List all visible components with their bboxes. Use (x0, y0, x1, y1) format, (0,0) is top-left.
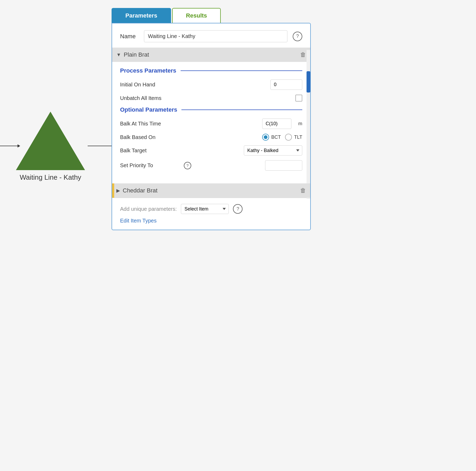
waiting-line-node[interactable]: Waiting Line - Kathy (16, 112, 85, 182)
radio-bct-outer[interactable] (262, 134, 269, 141)
initial-on-hand-row: Initial On Hand (120, 79, 302, 90)
radio-bct[interactable]: BCT (262, 134, 281, 141)
balk-time-input[interactable] (262, 119, 291, 129)
balk-target-select[interactable]: Kathy - Balked (244, 145, 302, 155)
radio-tlt[interactable]: TLT (285, 134, 302, 141)
main-panel: Name ? ▼ Plain Brat 🗑 Process Parameters (112, 23, 311, 230)
unbatch-row: Unbatch All Items (120, 95, 302, 102)
cheddar-brat-header[interactable]: ▶ Cheddar Brat 🗑 (112, 183, 310, 198)
panel-wrapper: Parameters Results Name ? ▼ Plain Brat � (112, 8, 311, 230)
cheddar-brat-title: Cheddar Brat (123, 187, 300, 194)
process-params-heading: Process Parameters (120, 67, 302, 74)
plain-brat-delete-icon[interactable]: 🗑 (300, 51, 306, 58)
radio-tlt-outer[interactable] (285, 134, 292, 141)
balk-target-row: Balk Target Kathy - Balked (120, 145, 302, 155)
radio-bct-label: BCT (271, 134, 281, 140)
add-params-row: Add unique parameters: Select Item ? (120, 204, 302, 214)
triangle-label: Waiting Line - Kathy (20, 173, 81, 182)
set-priority-row: Set Priority To ? (120, 160, 302, 171)
balk-time-unit: m (298, 121, 302, 127)
priority-input[interactable] (265, 160, 302, 171)
tab-parameters-label: Parameters (125, 12, 157, 19)
optional-params-heading: Optional Parameters (120, 106, 302, 113)
plain-brat-title: Plain Brat (124, 51, 300, 58)
triangle-shape (16, 112, 85, 170)
optional-params-line (181, 110, 302, 110)
balk-time-label: Balk At This Time (120, 121, 178, 127)
set-priority-label: Set Priority To (120, 162, 178, 169)
name-row: Name ? (112, 23, 310, 48)
cheddar-brat-delete-icon[interactable]: 🗑 (300, 187, 306, 194)
tab-bar: Parameters Results (112, 8, 311, 23)
cheddar-brat-toggle[interactable]: ▶ (116, 188, 120, 194)
add-params-help-icon[interactable]: ? (233, 204, 243, 214)
bottom-section: Add unique parameters: Select Item ? Edi… (112, 198, 310, 230)
initial-on-hand-label: Initial On Hand (120, 82, 178, 88)
tab-parameters[interactable]: Parameters (112, 8, 171, 23)
select-item-dropdown[interactable]: Select Item (181, 204, 229, 214)
process-params-line (181, 70, 302, 71)
name-label: Name (120, 33, 139, 40)
balk-time-row: Balk At This Time m (120, 119, 302, 129)
cheddar-brat-left-bar (112, 183, 114, 198)
tab-results[interactable]: Results (172, 8, 221, 23)
plain-brat-header[interactable]: ▼ Plain Brat 🗑 (112, 48, 310, 62)
name-help-icon[interactable]: ? (293, 32, 302, 41)
plain-brat-left-bar (112, 48, 114, 62)
edit-item-types-link[interactable]: Edit Item Types (120, 218, 156, 224)
arrow-right-line (88, 146, 114, 146)
tab-results-label: Results (186, 12, 207, 19)
scrollbar-track (307, 50, 310, 199)
name-input[interactable] (144, 30, 287, 42)
radio-group: BCT TLT (246, 134, 302, 141)
radio-tlt-label: TLT (294, 134, 302, 140)
unbatch-label: Unbatch All Items (120, 95, 178, 101)
add-params-label: Add unique parameters: (120, 206, 177, 212)
balk-based-label: Balk Based On (120, 134, 178, 140)
scrollbar-thumb[interactable] (307, 71, 310, 92)
priority-help-icon[interactable]: ? (184, 162, 191, 169)
unbatch-checkbox[interactable] (295, 95, 302, 102)
canvas: Waiting Line - Kathy Parameters Results … (0, 0, 476, 471)
initial-on-hand-input[interactable] (270, 79, 302, 90)
plain-brat-content: Process Parameters Initial On Hand Unbat… (112, 62, 310, 183)
radio-bct-fill (264, 135, 267, 139)
balk-based-row: Balk Based On BCT TLT (120, 134, 302, 141)
balk-target-label: Balk Target (120, 148, 178, 154)
plain-brat-toggle[interactable]: ▼ (116, 52, 121, 58)
process-params-label: Process Parameters (120, 67, 176, 74)
optional-params-label: Optional Parameters (120, 106, 177, 113)
